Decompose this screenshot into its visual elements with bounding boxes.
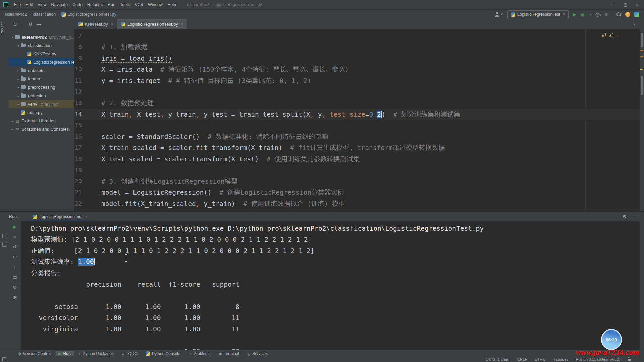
close-icon[interactable]: × (111, 22, 113, 27)
tree-item-scratches-and-consoles[interactable]: ▸▤Scratches and Consoles (9, 125, 74, 133)
debug-button[interactable]: ◉ (580, 12, 584, 17)
minimize-button[interactable]: — (611, 2, 615, 7)
code-line-12[interactable]: 12 (74, 86, 640, 98)
breadcrumb-item-classfication[interactable]: classfication (33, 12, 56, 17)
error-stripe-mark[interactable] (640, 56, 643, 57)
menu-run[interactable]: Run (105, 2, 118, 7)
soft-wrap-button[interactable]: ↩ (13, 254, 17, 259)
tree-item-knntest-py[interactable]: KNNTest.py (9, 50, 74, 58)
status-segment-python-3-11-sklearnpro2[interactable]: Python 3.11 (sklearnPro2) (576, 357, 620, 361)
menu-help[interactable]: Help (165, 2, 178, 7)
code-line-11[interactable]: 11y = iris.target # # 特征值 目标向量 (3类鸢尾花: 0… (74, 75, 640, 86)
editor-options-icon[interactable]: ⋮ (632, 19, 640, 29)
gear-icon[interactable]: ⚙ (622, 214, 627, 219)
code-line-20[interactable]: 20# 3. 创建和训练LogisticRegression模型 (74, 176, 640, 187)
status-segment-14-72-1-char[interactable]: 14:72 (1 char) (486, 357, 510, 361)
chevron-down-icon[interactable]: ▾ (10, 36, 15, 39)
maximize-button[interactable]: ▢ (624, 2, 627, 7)
tool-window-button-terminal[interactable]: ▣Terminal (216, 351, 242, 356)
chevron-right-icon[interactable]: ▸ (16, 77, 21, 81)
menu-file[interactable]: File (12, 2, 23, 7)
menu-vcs[interactable]: VCS (132, 2, 146, 7)
chevron-right-icon[interactable]: ▸ (16, 69, 21, 72)
code-line-13[interactable]: 13# 2. 数据预处理 (74, 98, 640, 109)
chevron-right-icon[interactable]: ▸ (16, 86, 21, 89)
run-console-output[interactable]: D:\python_pro\sklearnPro2\venv\Scripts\p… (21, 221, 640, 351)
chevron-right-icon[interactable]: ▸ (16, 103, 21, 106)
bookmarks-tool-button[interactable] (2, 242, 7, 247)
code-line-17[interactable]: 17X_train_scaled = scaler.fit_transform(… (74, 142, 640, 154)
tree-item-main-py[interactable]: main.py (9, 108, 74, 117)
code-line-18[interactable]: 18X_test_scaled = scaler.transform(X_tes… (74, 154, 640, 165)
run-configuration-select[interactable]: LogisticRegressionTest ▼ (507, 10, 569, 18)
coverage-button[interactable]: ◔ (588, 12, 591, 17)
profiler-button[interactable]: ◷▾ (595, 12, 601, 17)
stop-button[interactable]: ■ (605, 12, 608, 17)
project-tool-button[interactable]: Project (0, 22, 9, 35)
code-line-8[interactable]: 8# 1. 加载数据 (74, 42, 640, 53)
lock-icon[interactable] (628, 359, 631, 361)
code-line-15[interactable]: 15 (74, 120, 640, 131)
status-segment-4-spaces[interactable]: 4 spaces (553, 357, 568, 361)
code-line-16[interactable]: 16scaler = StandardScaler() # 数据标准化: 消除不… (74, 131, 640, 142)
tab-knntest-py[interactable]: KNNTest.py× (74, 19, 117, 29)
pin-button[interactable]: ◉ (13, 294, 17, 300)
chevron-right-icon[interactable]: ▸ (16, 94, 21, 98)
tool-window-button-python-console[interactable]: Python Console (143, 351, 183, 356)
code-line-21[interactable]: 21model = LogisticRegression() # 创建Logis… (74, 187, 640, 198)
breadcrumb-item-sklearnpro2[interactable]: sklearnPro2 (5, 12, 27, 17)
tree-item-classfication[interactable]: ▾classfication (9, 41, 74, 50)
error-stripe-mark[interactable] (640, 69, 643, 70)
tree-item-feature[interactable]: ▸feature (9, 75, 74, 83)
tree-item-external-libraries[interactable]: ▸▤External Libraries (9, 117, 74, 125)
tool-window-button-problems[interactable]: ⚠Problems (185, 351, 214, 356)
tree-item-reduction[interactable]: ▸reduction (9, 92, 74, 100)
status-grid-icon[interactable] (2, 357, 6, 361)
code-line-22[interactable]: 22model.fit(X_train_scaled, y_train) # 使… (74, 198, 640, 209)
close-icon[interactable]: × (86, 214, 88, 219)
menu-navigate[interactable]: Navigate (49, 2, 70, 7)
tree-item-sklearnpro2[interactable]: ▾sklearnPro2D:\python_p... (9, 33, 74, 41)
stop-button[interactable]: ■ (13, 234, 16, 239)
menu-code[interactable]: Code (70, 2, 85, 7)
code-line-14[interactable]: 14X_train, X_test, y_train, y_test = tra… (74, 109, 640, 120)
ide-promo-icon[interactable] (634, 12, 639, 17)
notifications-icon[interactable] (625, 12, 630, 17)
hide-panel-button[interactable]: — (633, 214, 638, 219)
tool-window-button-run[interactable]: ▶Run (56, 351, 74, 356)
restore-layout-button[interactable]: ↺ (13, 244, 17, 249)
run-tab[interactable]: LogisticRegressionTest × (29, 212, 92, 222)
tool-window-button-version-control[interactable]: ψVersion Control (15, 351, 54, 356)
menu-edit[interactable]: Edit (23, 2, 35, 7)
settings-icon[interactable]: ⚙ (29, 22, 33, 27)
tree-item-preprocessing[interactable]: ▸preprocessing (9, 83, 74, 92)
run-button[interactable]: ▶ (573, 12, 576, 17)
chevron-down-icon[interactable]: ▾ (16, 44, 21, 47)
tree-item-datasets[interactable]: ▸datasets (9, 66, 74, 75)
tool-window-button-todo[interactable]: ≡TODO (119, 351, 141, 356)
code-line-19[interactable]: 19 (74, 165, 640, 176)
menu-refactor[interactable]: Refactor (85, 2, 105, 7)
status-segment-utf-8[interactable]: UTF-8 (535, 357, 546, 361)
right-tool-button[interactable] (641, 33, 643, 47)
scroll-to-end-button[interactable]: ↓ (14, 264, 16, 269)
search-everywhere-icon[interactable] (616, 12, 621, 17)
status-segment-crlf[interactable]: CRLF (517, 357, 527, 361)
select-opened-file-button[interactable]: ⊙ (13, 22, 17, 27)
breadcrumb-item-logisticregressiontest-py[interactable]: LogisticRegressionTest.py (61, 12, 116, 17)
chevron-right-icon[interactable]: ▸ (10, 128, 15, 131)
error-stripe-mark[interactable] (640, 50, 643, 51)
tool-window-button-python-packages[interactable]: ↑Python Packages (76, 351, 117, 356)
tree-item-venv[interactable]: ▸venvlibrary root (9, 100, 74, 108)
vcs-user-button[interactable]: ▼ (495, 12, 503, 17)
tool-window-button-services[interactable]: ◎Services (244, 351, 271, 356)
rerun-button[interactable]: ▶ (13, 224, 17, 229)
tree-item-logisticregressiontest-py[interactable]: LogisticRegressionTest.py (9, 58, 74, 66)
structure-tool-button[interactable] (2, 234, 7, 238)
menu-tools[interactable]: Tools (118, 2, 132, 7)
code-editor[interactable]: ▲1 ▲1 ⌄ 78# 1. 加载数据9iris = load_iris()10… (74, 29, 640, 212)
menu-view[interactable]: View (35, 2, 49, 7)
close-icon[interactable]: × (181, 22, 183, 27)
hide-panel-button[interactable]: — (37, 22, 41, 27)
chevron-right-icon[interactable]: ▸ (10, 119, 15, 123)
